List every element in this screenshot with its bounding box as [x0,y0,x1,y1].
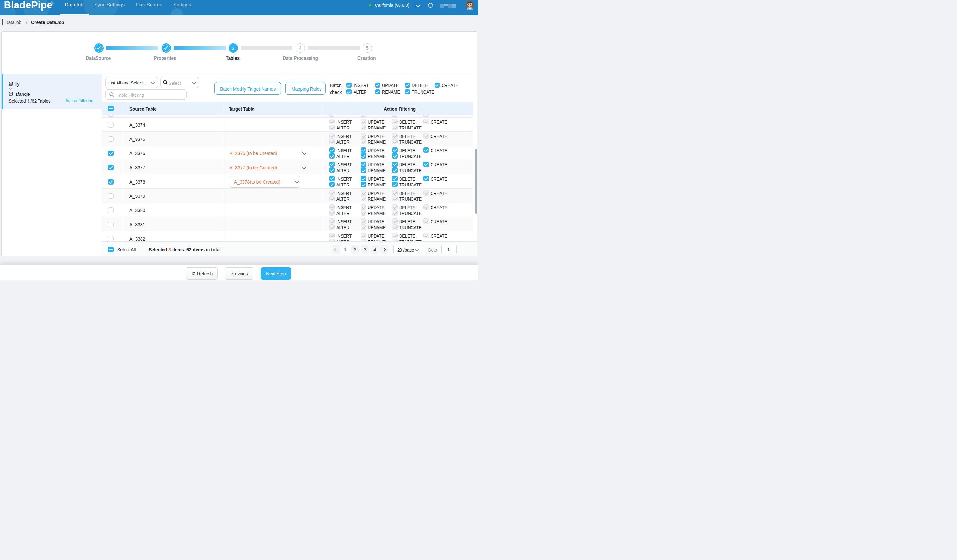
svg-text:?: ? [430,3,431,7]
